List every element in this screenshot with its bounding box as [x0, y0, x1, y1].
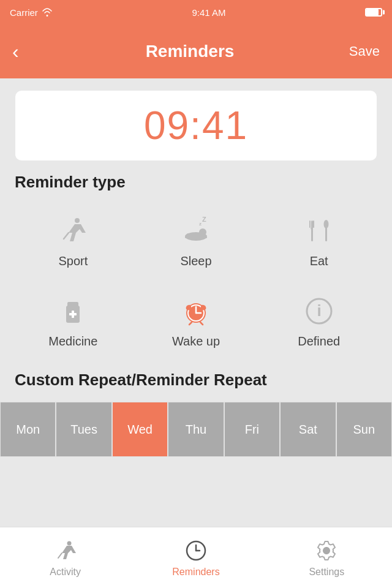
custom-repeat-section: Custom Repeat/Reminder Repeat — [0, 371, 392, 390]
sport-label: Sport — [58, 254, 88, 268]
tab-activity[interactable]: Activity — [0, 538, 130, 578]
eat-label: Eat — [310, 254, 328, 268]
medicine-label: Medicine — [48, 334, 97, 349]
wakeup-label: Wake up — [172, 334, 220, 349]
svg-line-25 — [200, 322, 203, 325]
tab-settings[interactable]: Settings — [262, 538, 392, 578]
day-btn-sun[interactable]: Sun — [336, 402, 392, 457]
reminder-wakeup[interactable]: Wake up — [138, 284, 255, 358]
page-title: Reminders — [146, 42, 235, 61]
sleep-icon: z Z — [179, 214, 213, 248]
battery-icon — [365, 8, 382, 17]
carrier-label: Carrier — [10, 7, 38, 18]
svg-point-0 — [75, 218, 80, 223]
svg-rect-10 — [313, 221, 314, 228]
status-bar: Carrier 9:41 AM — [0, 0, 392, 24]
sleep-label: Sleep — [180, 254, 211, 268]
reminder-type-section: Reminder type — [0, 173, 392, 192]
reminder-type-title: Reminder type — [15, 173, 377, 192]
sport-icon — [56, 214, 90, 248]
svg-line-29 — [58, 553, 62, 558]
header: ‹ Reminders Save — [0, 24, 392, 78]
svg-rect-3 — [185, 236, 207, 238]
tab-reminders[interactable]: Reminders — [130, 538, 261, 578]
carrier-wifi: Carrier — [10, 7, 53, 18]
save-button[interactable]: Save — [331, 43, 380, 59]
svg-text:i: i — [317, 301, 321, 320]
settings-icon — [314, 538, 339, 563]
wakeup-icon — [179, 294, 213, 328]
activity-tab-label: Activity — [50, 567, 81, 578]
reminder-sleep[interactable]: z Z Sleep — [138, 204, 255, 278]
svg-line-1 — [64, 233, 69, 239]
reminder-sport[interactable]: Sport — [15, 204, 132, 278]
day-btn-wed[interactable]: Wed — [112, 402, 168, 457]
time-value: 09:41 — [28, 103, 364, 148]
custom-repeat-title: Custom Repeat/Reminder Repeat — [15, 371, 377, 390]
defined-icon: i — [302, 294, 336, 328]
reminder-medicine[interactable]: Medicine — [15, 284, 132, 358]
svg-text:z: z — [199, 221, 202, 227]
svg-point-12 — [323, 220, 328, 228]
day-btn-tues[interactable]: Tues — [56, 402, 111, 457]
defined-label: Defined — [298, 334, 340, 349]
tab-bar: Activity Reminders Settings — [0, 527, 392, 588]
settings-tab-label: Settings — [309, 567, 344, 578]
days-row: MonTuesWedThuFriSatSun — [0, 402, 392, 457]
day-btn-fri[interactable]: Fri — [224, 402, 280, 457]
svg-rect-14 — [67, 302, 78, 307]
svg-rect-16 — [69, 313, 77, 315]
reminders-tab-label: Reminders — [172, 567, 219, 578]
activity-icon — [53, 538, 78, 563]
back-button[interactable]: ‹ — [12, 40, 49, 63]
svg-point-28 — [67, 541, 71, 545]
day-btn-thu[interactable]: Thu — [168, 402, 224, 457]
time-display: 09:41 — [15, 91, 377, 160]
eat-icon — [302, 214, 336, 248]
wifi-icon — [42, 8, 53, 17]
reminder-defined[interactable]: i Defined — [260, 284, 377, 358]
reminder-eat[interactable]: Eat — [260, 204, 377, 278]
medicine-icon — [56, 294, 90, 328]
svg-rect-9 — [309, 221, 311, 228]
svg-rect-5 — [187, 233, 203, 236]
reminder-type-grid: Sport z Z Sleep — [0, 204, 392, 358]
day-btn-sat[interactable]: Sat — [280, 402, 336, 457]
status-time: 9:41 AM — [192, 7, 225, 18]
svg-text:Z: Z — [202, 216, 206, 223]
day-btn-mon[interactable]: Mon — [0, 402, 56, 457]
svg-line-24 — [189, 322, 192, 325]
reminders-icon — [184, 538, 208, 563]
